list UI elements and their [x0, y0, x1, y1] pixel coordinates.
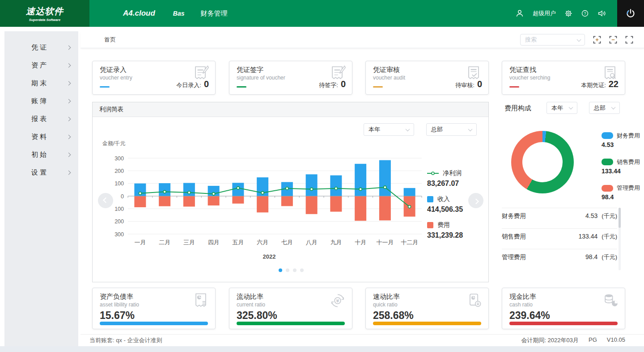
pagination-dot[interactable]	[286, 268, 289, 272]
sidebar-item-settings[interactable]: 设 置	[4, 163, 78, 181]
svg-text:十月: 十月	[355, 239, 366, 246]
svg-text:100: 100	[114, 180, 124, 187]
chevron-down-icon	[468, 127, 473, 131]
legend-item-expense[interactable]: 费用 331,239.28	[427, 221, 487, 239]
org-select[interactable]: 总部	[426, 123, 477, 136]
stat-card-voucher-search[interactable]: 凭证查找 voucher serching 本期凭证:22	[502, 61, 625, 95]
stat-card-voucher-signature[interactable]: 凭证签字 signature of voucher 待签字:0	[229, 61, 352, 95]
svg-text:一月: 一月	[134, 239, 146, 246]
stat-card-voucher-audit[interactable]: 凭证审核 voucher audit 待审核:0	[365, 61, 489, 95]
version: V10.05	[607, 336, 625, 344]
stat-card-voucher-entry[interactable]: 凭证录入 voucher entry 今日录入:0	[92, 61, 216, 95]
header-right: 超级用户 ?	[515, 9, 617, 18]
svg-text:四月: 四月	[208, 239, 220, 246]
speaker-icon[interactable]	[597, 9, 606, 17]
svg-text:?: ?	[584, 11, 586, 16]
logo[interactable]: 速达软件 Superdata Software	[0, 0, 89, 27]
nav-item-bas[interactable]: Bas	[173, 10, 185, 17]
scrollbar-thumb[interactable]	[619, 208, 621, 228]
ratio-card-asset-liability[interactable]: 资产负债率 asset libility ratio 15.67%	[92, 288, 216, 329]
chevron-right-icon	[67, 45, 71, 50]
carousel-next-button[interactable]	[468, 193, 483, 208]
table-row[interactable]: 销售费用 133.44(千元)	[502, 228, 617, 249]
svg-text:300: 300	[114, 155, 124, 162]
svg-text:三月: 三月	[183, 239, 195, 246]
user-icon[interactable]	[515, 9, 524, 18]
table-row[interactable]: 管理费用 98.4(千元)	[502, 249, 617, 269]
expense-table: 财务费用 4.53(千元) 销售费用 133.44(千元) 管理费用 98.4(…	[502, 208, 617, 269]
panel-title: 利润简表	[93, 102, 488, 117]
product-name: A4.cloud	[123, 9, 155, 18]
table-row[interactable]: 财务费用 4.53(千元)	[502, 208, 617, 228]
fullscreen-icon[interactable]	[625, 36, 633, 44]
sidebar-item-assets[interactable]: 资 产	[4, 56, 78, 74]
sidebar-item-data[interactable]: 资 料	[4, 128, 78, 146]
panel-title: 费用构成	[504, 104, 531, 113]
sidebar: 凭 证 资 产 期 末 账 簿 报 表 资 料 初 始 设 置	[4, 31, 78, 346]
expense-composition-panel: 费用构成 本年 总部 财务费用 4.53 销售费用 133.44 管理费用 98…	[502, 102, 631, 282]
bar-series-icon	[427, 222, 433, 228]
chevron-down-icon	[406, 127, 410, 131]
org-select[interactable]: 总部	[589, 102, 620, 114]
expense-donut-chart	[511, 131, 574, 193]
sidebar-item-period-end[interactable]: 期 末	[4, 74, 78, 92]
breadcrumb[interactable]: 首页	[104, 36, 116, 44]
pagination-dot[interactable]	[300, 268, 304, 272]
ratio-card-cash[interactable]: 现金比率 cash ratio 239.64%	[502, 288, 625, 329]
ratio-bar	[509, 322, 618, 325]
chart-legend: 净利润 83,267.07 收入 414,506.35 费用 331,239.2…	[427, 169, 487, 247]
chevron-left-icon	[103, 197, 109, 203]
legend-item-sales-expense[interactable]: 销售费用 133.44	[602, 158, 644, 175]
nav-item-finance[interactable]: 财务管理	[200, 9, 227, 18]
svg-text:十一月: 十一月	[376, 239, 394, 246]
database-type: PG	[589, 336, 597, 344]
gear-icon[interactable]	[564, 9, 572, 17]
coins-pie-icon	[602, 292, 619, 311]
swatch-icon	[602, 132, 613, 139]
swatch-icon	[602, 185, 613, 192]
accounting-period: 会计期间: 2022年03月	[521, 336, 579, 344]
ratio-bar	[373, 322, 481, 325]
zoom-in-icon[interactable]	[593, 36, 601, 44]
chevron-right-icon	[67, 134, 71, 139]
status-bar: 当前账套: qx - 企业会计准则 会计期间: 2022年03月 PG V10.…	[80, 334, 644, 346]
svg-text:五月: 五月	[232, 239, 244, 246]
svg-text:300: 300	[114, 231, 124, 238]
help-icon[interactable]: ?	[581, 9, 589, 17]
sidebar-item-voucher[interactable]: 凭 证	[4, 38, 78, 56]
username[interactable]: 超级用户	[533, 9, 556, 17]
accent-dash	[100, 86, 110, 88]
zoom-out-icon[interactable]	[609, 36, 617, 44]
current-account: 当前账套: qx - 企业会计准则	[89, 336, 162, 344]
pagination-dot[interactable]	[279, 268, 282, 272]
accent-dash	[237, 86, 246, 88]
chevron-right-icon	[67, 81, 71, 85]
profit-summary-panel: 利润简表 本年 总部 金额/千元 3002001000100200300一月二月…	[92, 102, 489, 282]
svg-text:0: 0	[121, 193, 124, 200]
sidebar-item-reports[interactable]: 报 表	[4, 110, 78, 128]
svg-text:九月: 九月	[330, 239, 342, 246]
carousel-prev-button[interactable]	[98, 193, 113, 208]
line-series-icon	[427, 171, 439, 176]
period-select[interactable]: 本年	[364, 123, 414, 136]
search-input[interactable]	[520, 34, 585, 46]
svg-text:¥: ¥	[336, 299, 339, 303]
period-select[interactable]: 本年	[547, 102, 577, 114]
ratio-card-quick[interactable]: 速动比率 quick ratio 258.68%	[365, 288, 489, 329]
y-axis-label: 金额/千元	[102, 140, 125, 147]
sidebar-item-books[interactable]: 账 簿	[4, 92, 78, 110]
chevron-right-icon	[67, 170, 71, 175]
ratio-card-current[interactable]: 流动比率 current ratio 325.80% ¥	[229, 288, 352, 329]
power-button[interactable]	[617, 0, 644, 27]
legend-item-net-profit[interactable]: 净利润 83,267.07	[427, 169, 487, 188]
app-window: 速达软件 Superdata Software A4.cloud Bas 财务管…	[0, 0, 644, 352]
profit-chart: 3002001000100200300一月二月三月四月五月六月七月八月九月十月十…	[102, 151, 437, 247]
chevron-right-icon	[67, 63, 71, 67]
legend-item-finance-expense[interactable]: 财务费用 4.53	[602, 131, 644, 148]
sidebar-item-initial[interactable]: 初 始	[4, 146, 78, 163]
ratio-bar	[237, 322, 345, 325]
pagination-dot[interactable]	[293, 268, 297, 272]
header: 速达软件 Superdata Software A4.cloud Bas 财务管…	[0, 0, 644, 27]
legend-item-admin-expense[interactable]: 管理费用 98.4	[602, 184, 644, 201]
scrollbar-track[interactable]	[619, 208, 621, 270]
